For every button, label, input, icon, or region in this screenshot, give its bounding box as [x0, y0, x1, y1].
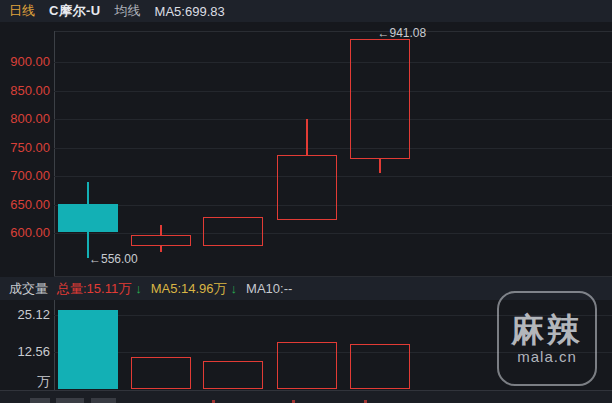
ma-group-label: 均线	[115, 2, 141, 20]
price-ma5-value: MA5:699.83	[155, 4, 225, 19]
volume-total-value: 总量:15.11万	[57, 280, 131, 298]
cutoff-text-artifact	[30, 398, 50, 403]
candlestick-pane[interactable]	[0, 22, 612, 277]
watermark-mala: 麻辣 mala.cn	[497, 291, 597, 386]
chart-header: 日线 C摩尔-U 均线 MA5:699.83	[0, 0, 612, 22]
tab-daily-kline[interactable]: 日线	[9, 2, 35, 20]
time-axis-cutoff-row	[0, 390, 612, 403]
watermark-en-text: mala.cn	[517, 348, 577, 366]
down-arrow-icon: ↓	[231, 281, 238, 296]
cutoff-text-artifact	[56, 398, 84, 403]
volume-ma10-value: MA10:--	[246, 281, 292, 296]
stock-name[interactable]: C摩尔-U	[49, 2, 101, 20]
down-arrow-icon: ↓	[135, 281, 142, 296]
stock-chart-app: 日线 C摩尔-U 均线 MA5:699.83 成交量 总量:15.11万 ↓ M…	[0, 0, 612, 403]
cutoff-text-artifact	[91, 398, 116, 403]
watermark-cn-text: 麻辣	[511, 312, 583, 348]
volume-pane-title: 成交量	[9, 280, 48, 298]
volume-ma5-value: MA5:14.96万	[151, 280, 227, 298]
